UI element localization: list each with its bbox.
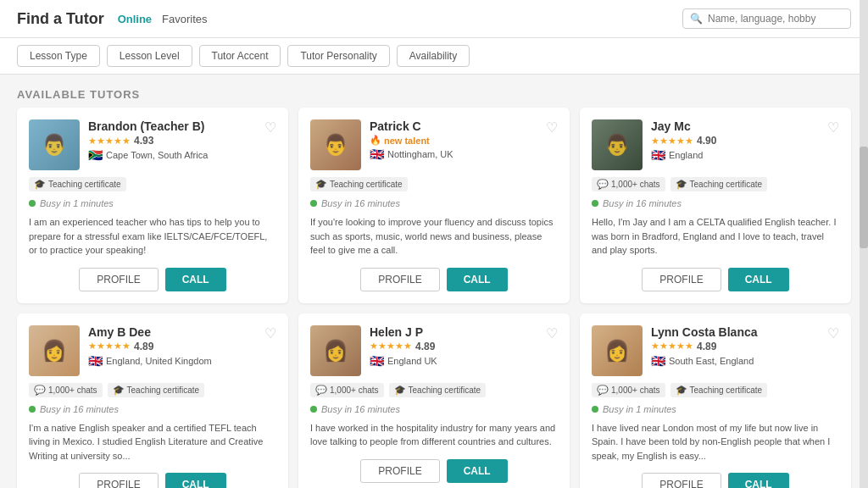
nav-online[interactable]: Online <box>118 13 152 25</box>
search-box: 🔍 <box>682 8 851 29</box>
busy-text-patrick: Busy in 16 minutes <box>321 198 400 208</box>
description-patrick: If you're looking to improve your fluenc… <box>310 215 558 258</box>
call-button-jay[interactable]: CALL <box>728 268 789 291</box>
location-jay: 🇬🇧 England <box>651 148 839 162</box>
badge-cert-label-jay: Teaching certificate <box>690 180 763 189</box>
tutor-card-jay: 👨 Jay Mc ★★★★★ 4.90 🇬🇧 England ♡ 💬1,000+… <box>580 108 851 303</box>
new-talent-badge: 🔥 new talent <box>370 135 430 146</box>
flag-helen: 🇬🇧 <box>370 354 384 368</box>
green-dot-jay <box>592 200 598 207</box>
tutor-info-patrick: Patrick C 🔥 new talent 🇬🇧 Nottingham, UK <box>370 119 558 161</box>
green-dot-brandon <box>29 200 36 207</box>
profile-button-brandon[interactable]: PROFILE <box>79 268 158 291</box>
location-helen: 🇬🇧 England UK <box>370 354 558 368</box>
rating-row-helen: ★★★★★ 4.89 <box>370 341 558 352</box>
busy-text-lynn: Busy in 1 minutes <box>603 404 676 414</box>
filter-tutor-accent[interactable]: Tutor Accent <box>199 45 281 67</box>
profile-button-lynn[interactable]: PROFILE <box>642 473 721 488</box>
call-button-patrick[interactable]: CALL <box>447 268 508 291</box>
favorite-patrick[interactable]: ♡ <box>546 119 558 136</box>
busy-row-amy: Busy in 16 minutes <box>29 404 276 414</box>
rating-brandon: 4.93 <box>134 135 153 147</box>
call-button-brandon[interactable]: CALL <box>165 268 226 291</box>
busy-text-amy: Busy in 16 minutes <box>40 404 119 414</box>
badge-chats-helen: 💬1,000+ chats <box>310 383 384 397</box>
badges-jay: 💬1,000+ chats 🎓Teaching certificate <box>592 177 839 191</box>
profile-button-helen[interactable]: PROFILE <box>360 459 439 483</box>
filter-lesson-type[interactable]: Lesson Type <box>17 45 100 67</box>
search-input[interactable] <box>708 13 843 25</box>
card-top-amy: 👩 Amy B Dee ★★★★★ 4.89 🇬🇧 England, Unite… <box>29 325 276 376</box>
green-dot-lynn <box>592 406 598 413</box>
avatar-lynn: 👩 <box>592 325 643 376</box>
badge-chats-label-amy: 1,000+ chats <box>48 385 97 395</box>
badge-chats-lynn: 💬1,000+ chats <box>592 383 665 397</box>
tutor-card-patrick: 👨 Patrick C 🔥 new talent 🇬🇧 Nottingham, … <box>298 108 570 303</box>
favorite-helen[interactable]: ♡ <box>546 325 558 341</box>
scrollbar-thumb[interactable] <box>860 147 868 248</box>
busy-row-lynn: Busy in 1 minutes <box>592 404 839 414</box>
call-button-helen[interactable]: CALL <box>447 459 508 483</box>
rating-jay: 4.90 <box>697 135 716 147</box>
favorite-jay[interactable]: ♡ <box>827 119 839 136</box>
badge-cert-patrick: 🎓Teaching certificate <box>310 177 408 191</box>
tutor-card-lynn: 👩 Lynn Costa Blanca ★★★★★ 4.89 🇬🇧 South … <box>580 313 851 489</box>
favorite-brandon[interactable]: ♡ <box>264 119 276 136</box>
green-dot-amy <box>29 406 36 413</box>
call-button-lynn[interactable]: CALL <box>728 473 789 488</box>
scrollbar[interactable] <box>860 0 868 488</box>
card-actions-brandon: PROFILE CALL <box>29 268 276 291</box>
location-lynn: 🇬🇧 South East, England <box>651 354 839 368</box>
flag-brandon: 🇿🇦 <box>88 148 103 162</box>
avatar-patrick: 👨 <box>310 119 361 170</box>
card-actions-lynn: PROFILE CALL <box>592 473 839 488</box>
rating-row-lynn: ★★★★★ 4.89 <box>651 341 839 352</box>
description-helen: I have worked in the hospitality industr… <box>310 421 558 449</box>
search-icon: 🔍 <box>690 13 703 25</box>
badge-chats-label-helen: 1,000+ chats <box>330 385 379 395</box>
card-top-helen: 👩 Helen J P ★★★★★ 4.89 🇬🇧 England UK ♡ <box>310 325 558 376</box>
description-brandon: I am an experienced teacher who has tips… <box>29 215 276 258</box>
busy-row-brandon: Busy in 1 minutes <box>29 198 276 208</box>
flag-amy: 🇬🇧 <box>88 354 103 368</box>
badge-cert-label-helen: Teaching certificate <box>409 385 481 395</box>
filter-tutor-personality[interactable]: Tutor Personality <box>287 45 389 67</box>
tutor-name-jay: Jay Mc <box>651 119 839 133</box>
favorite-amy[interactable]: ♡ <box>264 325 276 341</box>
badge-cert-lynn: 🎓Teaching certificate <box>670 383 768 397</box>
badge-label-patrick: Teaching certificate <box>330 180 403 189</box>
description-jay: Hello, I'm Jay and I am a CELTA qualifie… <box>592 215 839 258</box>
filter-lesson-level[interactable]: Lesson Level <box>107 45 192 67</box>
badge-chats-label-lynn: 1,000+ chats <box>611 385 660 395</box>
tutor-info-helen: Helen J P ★★★★★ 4.89 🇬🇧 England UK <box>370 325 558 368</box>
badges-brandon: 🎓Teaching certificate <box>29 177 276 191</box>
nav-favorites[interactable]: Favorites <box>162 13 207 25</box>
badge-cert-amy: 🎓Teaching certificate <box>108 383 205 397</box>
tutor-name-amy: Amy B Dee <box>88 325 276 339</box>
stars-amy: ★★★★★ <box>88 341 131 352</box>
stars-brandon: ★★★★★ <box>88 136 131 147</box>
card-actions-jay: PROFILE CALL <box>592 268 839 291</box>
stars-jay: ★★★★★ <box>651 136 693 147</box>
profile-button-amy[interactable]: PROFILE <box>79 473 158 488</box>
badge-chats-jay: 💬1,000+ chats <box>592 177 665 191</box>
rating-lynn: 4.89 <box>697 341 716 352</box>
badge-cert-helen: 🎓Teaching certificate <box>389 383 487 397</box>
tutor-info-jay: Jay Mc ★★★★★ 4.90 🇬🇧 England <box>651 119 839 162</box>
tutor-card-brandon: 👨 Brandon (Teacher B) ★★★★★ 4.93 🇿🇦 Cape… <box>17 108 288 303</box>
flag-lynn: 🇬🇧 <box>651 354 665 368</box>
rating-row-brandon: ★★★★★ 4.93 <box>88 135 276 147</box>
badges-helen: 💬1,000+ chats 🎓Teaching certificate <box>310 383 558 397</box>
card-actions-patrick: PROFILE CALL <box>310 268 558 291</box>
profile-button-patrick[interactable]: PROFILE <box>360 268 439 291</box>
busy-row-patrick: Busy in 16 minutes <box>310 198 558 208</box>
filter-availability[interactable]: Availability <box>397 45 470 67</box>
favorite-lynn[interactable]: ♡ <box>827 325 839 341</box>
card-top: 👨 Brandon (Teacher B) ★★★★★ 4.93 🇿🇦 Cape… <box>29 119 276 170</box>
card-actions-amy: PROFILE CALL <box>29 473 276 488</box>
call-button-amy[interactable]: CALL <box>165 473 226 488</box>
location-text-jay: England <box>669 150 703 160</box>
busy-row-helen: Busy in 16 minutes <box>310 404 558 414</box>
green-dot-patrick <box>310 200 317 207</box>
profile-button-jay[interactable]: PROFILE <box>642 268 721 291</box>
